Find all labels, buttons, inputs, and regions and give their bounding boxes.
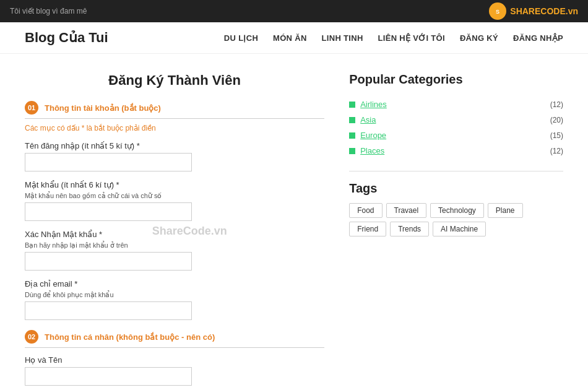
- sharecode-logo: S SHARECODE.vn: [489, 2, 578, 20]
- nav-dang-ky[interactable]: ĐĂNG KÝ: [460, 33, 498, 43]
- email-input[interactable]: [25, 301, 192, 320]
- site-title: Blog Của Tui: [25, 30, 108, 46]
- section2-header: 02 Thông tin cá nhân (không bắt buộc - n…: [25, 330, 324, 348]
- category-name-airlines[interactable]: Airlines: [360, 100, 387, 109]
- form-title: Đăng Ký Thành Viên: [25, 72, 324, 89]
- category-name-europe[interactable]: Europe: [360, 131, 386, 140]
- category-count-asia: (20): [550, 116, 563, 124]
- cat-bullet-icon: [349, 132, 355, 139]
- sharecode-text: SHARECODE.vn: [510, 6, 578, 16]
- category-name-places[interactable]: Places: [360, 146, 384, 155]
- sidebar: Popular Categories Airlines (12) Asia (2…: [349, 72, 563, 390]
- email-field: Địa chỉ email * Dùng để khôi phục mật kh…: [25, 279, 324, 320]
- category-name-asia[interactable]: Asia: [360, 115, 376, 124]
- confirm-password-input[interactable]: [25, 252, 192, 271]
- section2-number: 02: [25, 330, 38, 344]
- tag-technology[interactable]: Technology: [430, 203, 484, 218]
- list-item: Europe (15): [349, 128, 563, 143]
- tag-plane[interactable]: Plane: [488, 203, 523, 218]
- section1-number: 01: [25, 101, 38, 115]
- password-note: Mật khẩu nên bao gồm cả chữ cái và chữ s…: [25, 192, 324, 200]
- cat-bullet-icon: [349, 102, 355, 108]
- nav-du-lich[interactable]: DU LỊCH: [224, 33, 258, 43]
- tag-food[interactable]: Food: [349, 203, 382, 218]
- email-note: Dùng để khôi phục mật khẩu: [25, 291, 324, 299]
- main-nav: DU LỊCH MÓN ĂN LINH TINH LIÊN HỆ VỚI TÔI…: [224, 33, 563, 43]
- nav-linh-tinh[interactable]: LINH TINH: [322, 33, 363, 43]
- popular-categories-title: Popular Categories: [349, 72, 563, 87]
- list-item: Places (12): [349, 143, 563, 158]
- category-count-places: (12): [550, 147, 563, 155]
- password-input[interactable]: [25, 202, 192, 221]
- category-count-airlines: (12): [550, 100, 563, 109]
- tag-friend[interactable]: Friend: [349, 222, 386, 236]
- cat-bullet-icon: [349, 117, 355, 123]
- confirm-password-label: Xác Nhận Mật khẩu *: [25, 230, 324, 239]
- section1-label: Thông tin tài khoản (bắt buộc): [45, 103, 161, 113]
- nav-dang-nhap[interactable]: ĐĂNG NHẬP: [513, 33, 563, 43]
- category-count-europe: (15): [550, 131, 563, 140]
- fullname-label: Họ và Tên: [25, 355, 324, 365]
- nav-mon-an[interactable]: MÓN ĂN: [273, 33, 307, 43]
- form-fields-wrapper: ShareCode.vn Tên đăng nhập (ít nhất 5 kí…: [25, 141, 324, 320]
- logo-icon: S: [489, 2, 506, 20]
- sidebar-divider: [349, 171, 563, 171]
- confirm-password-field: Xác Nhận Mật khẩu * Bạn hãy nhập lại mật…: [25, 230, 324, 271]
- list-item: Asia (20): [349, 112, 563, 128]
- list-item: Airlines (12): [349, 97, 563, 112]
- nav-lien-he[interactable]: LIÊN HỆ VỚI TÔI: [378, 33, 445, 43]
- cat-bullet-icon: [349, 148, 355, 154]
- svg-text:S: S: [496, 9, 499, 15]
- top-bar: Tôi viết blog vì đam mê S SHARECODE.vn: [0, 0, 588, 22]
- email-label: Địa chỉ email *: [25, 279, 324, 288]
- fullname-input[interactable]: [25, 367, 192, 386]
- tag-travael[interactable]: Travael: [386, 203, 427, 218]
- section2-label: Thông tin cá nhân (không bắt buộc - nên …: [45, 332, 215, 342]
- tags-grid: Food Travael Technology Plane Friend Tre…: [349, 203, 563, 236]
- tags-title: Tags: [349, 181, 563, 196]
- username-input[interactable]: [25, 153, 192, 171]
- password-field: Mật khẩu (ít nhất 6 kí tự) * Mật khẩu nê…: [25, 180, 324, 221]
- username-field: Tên đăng nhập (ít nhất 5 kí tự) *: [25, 141, 324, 171]
- username-label: Tên đăng nhập (ít nhất 5 kí tự) *: [25, 141, 324, 150]
- site-header: Blog Của Tui DU LỊCH MÓN ĂN LINH TINH LI…: [0, 22, 588, 54]
- blog-tagline: Tôi viết blog vì đam mê: [10, 7, 87, 15]
- confirm-password-note: Bạn hãy nhập lại mật khẩu ở trên: [25, 241, 324, 249]
- fullname-field: Họ và Tên: [25, 355, 324, 386]
- tag-ai-machine[interactable]: AI Machine: [433, 222, 486, 236]
- tag-trends[interactable]: Trends: [390, 222, 429, 236]
- form-section: Đăng Ký Thành Viên 01 Thông tin tài khoả…: [25, 72, 324, 390]
- required-note: Các mục có dấu * là bắt buộc phải điền: [25, 124, 324, 132]
- page-body: Đăng Ký Thành Viên 01 Thông tin tài khoả…: [0, 54, 588, 390]
- section1-header: 01 Thông tin tài khoản (bắt buộc): [25, 101, 324, 119]
- category-list: Airlines (12) Asia (20) Europe (15): [349, 97, 563, 158]
- password-label: Mật khẩu (ít nhất 6 kí tự) *: [25, 180, 324, 189]
